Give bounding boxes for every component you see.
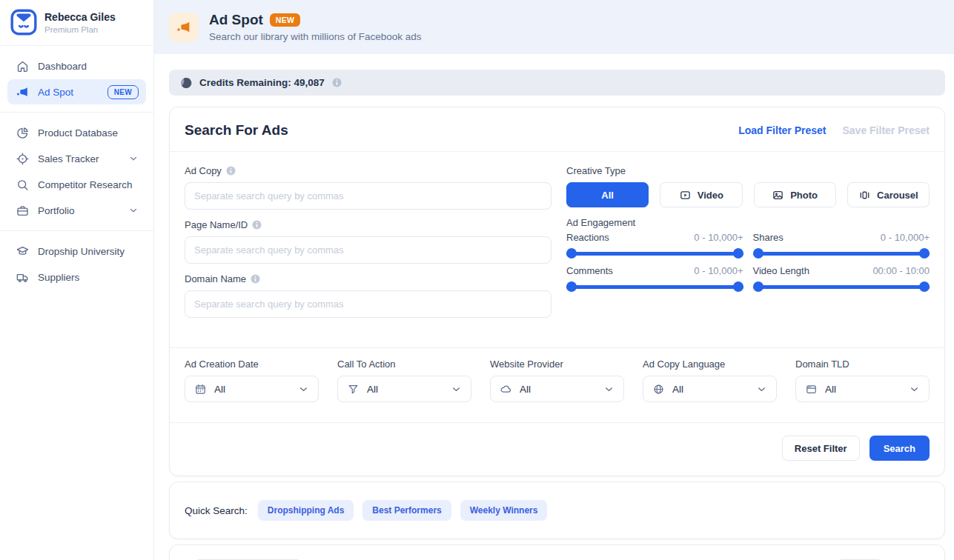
shares-range-slider[interactable] bbox=[753, 248, 930, 259]
dropdown-label: Website Provider bbox=[490, 359, 624, 370]
page-name-id-input[interactable] bbox=[185, 236, 551, 264]
sidebar-item-dropship-university[interactable]: Dropship University bbox=[7, 239, 146, 264]
search-icon bbox=[15, 177, 30, 192]
sidebar-item-product-database[interactable]: Product Database bbox=[7, 120, 146, 145]
sidebar-item-ad-spot[interactable]: Ad Spot NEW bbox=[7, 79, 146, 104]
website-provider-select[interactable]: All bbox=[490, 376, 624, 402]
creative-type-buttons: All Video bbox=[566, 182, 930, 207]
search-button[interactable]: Search bbox=[869, 436, 930, 461]
creative-type-video-button[interactable]: Video bbox=[660, 182, 742, 207]
comments-range-slider[interactable] bbox=[566, 281, 743, 292]
video-length-range-slider[interactable] bbox=[753, 281, 930, 292]
user-plan: Premium Plan bbox=[44, 25, 116, 34]
chevron-down-icon bbox=[451, 384, 462, 395]
sidebar-item-suppliers[interactable]: Suppliers bbox=[7, 264, 146, 290]
selected-value: All bbox=[520, 384, 531, 395]
slider-track bbox=[753, 285, 930, 289]
slider-name: Shares bbox=[753, 232, 784, 243]
dropdown-website-provider: Website Provider All bbox=[490, 359, 624, 402]
reset-filter-button[interactable]: Reset Filter bbox=[782, 436, 860, 461]
domain-tld-select[interactable]: All bbox=[795, 376, 930, 402]
results-toolbar: Most Recent Displaying 50 of 10,000 bbox=[169, 544, 945, 560]
sidebar-item-label: Dropship University bbox=[38, 246, 125, 257]
slider-handle-min[interactable] bbox=[753, 248, 763, 259]
slider-handle-min[interactable] bbox=[566, 248, 577, 259]
selected-value: All bbox=[367, 384, 378, 395]
button-label: All bbox=[601, 190, 614, 201]
info-icon[interactable] bbox=[226, 166, 236, 176]
graduation-cap-icon bbox=[15, 244, 30, 259]
sidebar-group-main: Dashboard Ad Spot NEW bbox=[0, 46, 153, 112]
load-filter-preset-link[interactable]: Load Filter Preset bbox=[738, 124, 826, 136]
dropdown-label: Ad Copy Language bbox=[643, 359, 777, 370]
info-icon[interactable] bbox=[252, 220, 262, 230]
filter-actions: Reset Filter Search bbox=[170, 423, 944, 476]
slider-range-value: 0 - 10,000+ bbox=[694, 265, 743, 276]
quick-tag-dropshipping-ads[interactable]: Dropshipping Ads bbox=[258, 500, 354, 521]
ad-creation-date-select[interactable]: All bbox=[185, 376, 319, 402]
slider-range-value: 00:00 - 10:00 bbox=[872, 265, 930, 276]
chevron-down-icon bbox=[128, 153, 139, 164]
slider-handle-min[interactable] bbox=[566, 281, 577, 292]
creative-type-all-button[interactable]: All bbox=[566, 182, 649, 207]
card-header: Search For Ads Load Filter Preset Save F… bbox=[170, 107, 944, 152]
truck-icon bbox=[15, 270, 30, 284]
page-content: Credits Remaining: 49,087 Search For Ads… bbox=[154, 54, 954, 560]
domain-name-label: Domain Name bbox=[185, 273, 246, 284]
video-icon bbox=[679, 189, 692, 201]
dropdown-ad-copy-language: Ad Copy Language All bbox=[643, 359, 777, 402]
slider-name: Reactions bbox=[566, 232, 609, 243]
slider-block-video-length: Video Length 00:00 - 10:00 bbox=[753, 265, 930, 292]
dropship-logo-icon bbox=[10, 9, 37, 36]
ad-copy-input[interactable] bbox=[185, 182, 551, 210]
ad-engagement-label: Ad Engagement bbox=[566, 217, 930, 228]
save-filter-preset-link[interactable]: Save Filter Preset bbox=[842, 124, 930, 136]
quick-tag-best-performers[interactable]: Best Performers bbox=[362, 500, 451, 521]
selected-value: All bbox=[672, 384, 683, 395]
button-label: Video bbox=[698, 190, 723, 201]
sidebar-item-label: Product Database bbox=[38, 127, 118, 139]
card-title: Search For Ads bbox=[185, 122, 288, 139]
calendar-icon bbox=[194, 383, 207, 396]
chevron-down-icon bbox=[909, 384, 920, 395]
slider-track bbox=[566, 252, 743, 256]
cloud-icon bbox=[500, 383, 512, 396]
domain-name-input[interactable] bbox=[185, 290, 551, 318]
slider-handle-max[interactable] bbox=[733, 281, 743, 292]
reactions-range-slider[interactable] bbox=[566, 248, 743, 259]
new-badge: NEW bbox=[107, 85, 139, 99]
call-to-action-select[interactable]: All bbox=[337, 376, 471, 402]
dropdown-filters-row: Ad Creation Date All Call To Act bbox=[170, 348, 944, 402]
slider-block-comments: Comments 0 - 10,000+ bbox=[566, 265, 743, 292]
ad-copy-label: Ad Copy bbox=[185, 165, 222, 176]
slider-name: Comments bbox=[566, 265, 613, 276]
megaphone-icon bbox=[15, 84, 30, 99]
filters-left-column: Ad Copy Page Name/ID Domain Name bbox=[185, 165, 551, 327]
ad-copy-language-select[interactable]: All bbox=[643, 376, 777, 402]
slider-handle-min[interactable] bbox=[753, 281, 763, 292]
sidebar-item-sales-tracker[interactable]: Sales Tracker bbox=[7, 146, 146, 171]
slider-handle-max[interactable] bbox=[919, 281, 930, 292]
slider-handle-max[interactable] bbox=[919, 248, 930, 259]
sidebar-item-competitor-research[interactable]: Competitor Research bbox=[7, 172, 146, 197]
sidebar-item-label: Ad Spot bbox=[38, 87, 73, 98]
sidebar-item-label: Dashboard bbox=[38, 61, 87, 72]
sidebar-item-portfolio[interactable]: Portfolio bbox=[7, 198, 146, 223]
engagement-sliders: Reactions 0 - 10,000+ bbox=[566, 232, 930, 292]
slider-range-value: 0 - 10,000+ bbox=[694, 232, 743, 243]
field-label: Page Name/ID bbox=[185, 219, 551, 230]
dropdown-domain-tld: Domain TLD All bbox=[795, 359, 930, 402]
info-icon[interactable] bbox=[251, 274, 260, 284]
dropdown-call-to-action: Call To Action All bbox=[337, 359, 471, 402]
slider-track bbox=[753, 252, 930, 256]
creative-type-photo-button[interactable]: Photo bbox=[754, 182, 836, 207]
page-header-text: Ad Spot NEW Search our library with mill… bbox=[209, 12, 422, 42]
slider-block-shares: Shares 0 - 10,000+ bbox=[753, 232, 930, 259]
creative-type-carousel-button[interactable]: Carousel bbox=[847, 182, 930, 207]
slider-handle-max[interactable] bbox=[733, 248, 743, 259]
quick-tag-weekly-winners[interactable]: Weekly Winners bbox=[460, 500, 548, 521]
user-profile[interactable]: Rebecca Giles Premium Plan bbox=[0, 0, 153, 45]
info-icon[interactable] bbox=[332, 78, 342, 87]
sidebar-item-dashboard[interactable]: Dashboard bbox=[7, 53, 146, 79]
slider-name: Video Length bbox=[753, 265, 809, 276]
